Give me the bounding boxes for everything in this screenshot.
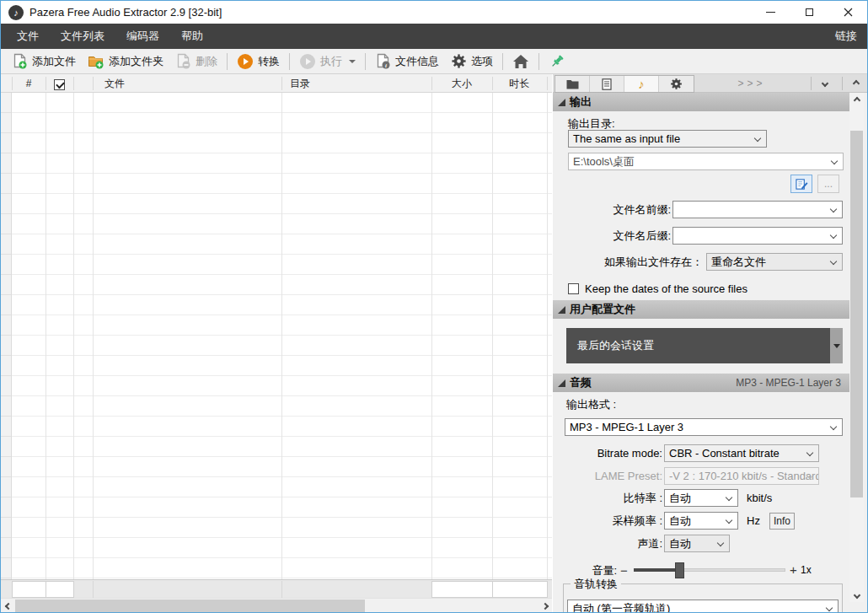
convert-button[interactable]: 转换 [231,51,286,73]
chevron-up-icon [853,80,860,87]
tab-audio-settings[interactable]: ♪ [624,76,659,92]
settings-panel: ♪ >>> [553,74,867,612]
keep-dates-label: Keep the dates of the source files [585,280,747,298]
if-output-exists-label: 如果输出文件存在： [568,253,703,271]
sample-rate-select[interactable]: 自动 [664,512,738,530]
keep-dates-checkbox[interactable] [568,282,579,298]
app-icon: ♪ [8,5,24,20]
maximize-button[interactable] [790,1,828,24]
section-header-output[interactable]: 输出 [553,93,849,111]
music-note-icon: ♪ [638,78,645,90]
browse-folder-button[interactable]: ... [817,175,839,193]
bitrate-mode-select[interactable]: CBR - Constant bitrate [664,444,819,462]
menu-help[interactable]: 帮助 [170,24,214,49]
sample-rate-unit-label: Hz [747,512,760,530]
add-folder-button[interactable]: 添加文件夹 [82,51,169,73]
output-dir-mode-select[interactable]: The same as input file [568,130,767,148]
close-button[interactable] [828,1,867,24]
filename-suffix-combo[interactable] [672,227,843,245]
audio-track-select[interactable]: 自动 (第一音频轨道) [567,600,839,612]
if-output-exists-select[interactable]: 重命名文件 [706,253,843,271]
filename-prefix-label: 文件名前缀: [568,201,671,218]
bitrate-select[interactable]: 自动 [664,489,738,507]
output-format-label: 输出格式 : [566,395,616,413]
chevron-down-icon [853,591,860,598]
execute-button[interactable]: 执行 [293,51,362,73]
column-header-index[interactable]: # [12,74,46,93]
add-file-icon [12,53,28,69]
execute-play-icon [299,53,316,70]
select-all-checkbox[interactable] [54,79,65,90]
info-button[interactable]: Info [769,513,795,530]
checkbox-icon [568,283,579,294]
tab-output-folder[interactable] [555,76,590,92]
remove-button[interactable]: 删除 [169,51,223,73]
panel-tab-strip: ♪ >>> [553,74,867,93]
file-info-button[interactable]: i 文件信息 [369,51,445,73]
panel-vertical-scrollbar[interactable] [849,93,864,602]
execute-label: 执行 [320,54,342,69]
scroll-right-arrow[interactable] [538,599,552,613]
execute-dropdown-caret[interactable] [349,60,356,63]
toolbar-divider [502,53,503,70]
minimize-button[interactable] [751,1,790,24]
panel-scroll-thumb[interactable] [850,131,863,497]
bitrate-mode-label: Bitrate mode: [568,444,662,462]
panel-tab-group: ♪ [555,75,694,93]
panel-scroll-up-arrow[interactable] [849,93,864,107]
menu-encoders[interactable]: 编码器 [115,24,170,49]
tab-overflow-button[interactable]: >>> [718,74,785,93]
toolbar-divider [538,53,539,70]
column-header-file[interactable]: 文件 [104,74,125,93]
edit-path-button[interactable] [790,175,812,193]
section-header-profiles[interactable]: 用户配置文件 [553,300,849,319]
app-window: ♪ Pazera Free Audio Extractor 2.9 [32-bi… [0,0,868,613]
horizontal-scroll-thumb[interactable] [15,600,365,612]
tab-file-info[interactable] [590,76,624,92]
filename-prefix-combo[interactable] [672,201,843,218]
profile-selected-value: 最后的会话设置 [566,328,830,363]
tab-advanced-options[interactable] [659,76,694,92]
scroll-left-arrow[interactable] [1,599,15,613]
file-table-body[interactable] [1,93,552,579]
gear-icon [451,53,467,69]
volume-increase-button[interactable]: + [790,563,797,577]
section-expand-icon [558,99,565,106]
home-button[interactable] [506,51,535,73]
file-info-icon: i [375,53,391,69]
horizontal-scrollbar[interactable] [1,598,552,612]
summary-row [1,579,552,598]
channels-select[interactable]: 自动 [664,535,730,552]
section-header-audio[interactable]: 音频 MP3 - MPEG-1 Layer 3 [553,374,849,392]
column-header-size[interactable]: 大小 [431,74,492,93]
volume-slider-handle[interactable] [675,562,684,578]
menu-links[interactable]: 链接 [835,29,857,44]
file-info-label: 文件信息 [395,54,439,69]
panel-collapse-button[interactable] [845,74,867,93]
profile-dropdown[interactable]: 最后的会话设置 [566,328,843,363]
volume-decrease-button[interactable]: − [620,564,628,578]
volume-value: 1x [801,562,812,579]
add-files-button[interactable]: 添加文件 [6,51,82,73]
lame-preset-select[interactable]: -V 2 : 170-210 kbit/s - Standard [664,467,819,485]
pin-button[interactable] [543,51,571,73]
convert-play-icon [237,53,254,70]
output-dir-path-combo[interactable]: E:\tools\桌面 [568,153,844,170]
column-header-directory[interactable]: 目录 [290,74,310,93]
menu-file-list[interactable]: 文件列表 [50,24,115,49]
bitrate-unit-label: kbit/s [747,489,772,507]
add-folder-label: 添加文件夹 [109,54,163,69]
column-header-duration[interactable]: 时长 [492,74,546,93]
file-table-header: # 文件 目录 大小 时长 [1,74,552,93]
panel-expand-button[interactable] [814,74,836,93]
row-header-strip [1,93,12,579]
output-format-select[interactable]: MP3 - MPEG-1 Layer 3 [565,418,843,436]
channels-label: 声道: [568,535,662,552]
sample-rate-label: 采样频率 : [568,512,662,530]
menu-file[interactable]: 文件 [6,24,50,49]
chevron-up-icon [853,96,860,103]
profile-dropdown-arrow[interactable] [830,328,843,363]
convert-label: 转换 [258,54,280,69]
options-button[interactable]: 选项 [445,51,499,73]
panel-scroll-down-arrow[interactable] [849,588,864,602]
